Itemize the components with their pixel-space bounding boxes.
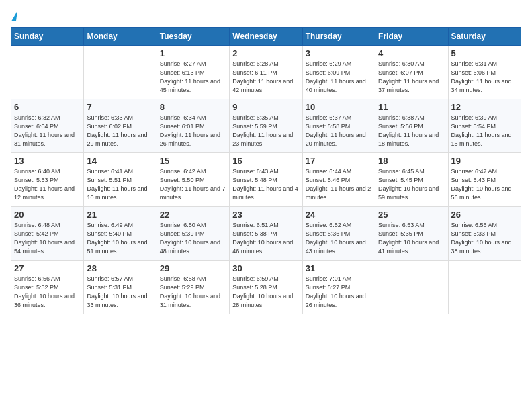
day-info: Sunrise: 6:27 AM Sunset: 6:13 PM Dayligh…: [160, 60, 226, 95]
day-header-thursday: Thursday: [302, 28, 375, 46]
day-number: 3: [306, 48, 372, 58]
day-info: Sunrise: 6:57 AM Sunset: 5:31 PM Dayligh…: [87, 275, 153, 310]
calendar-cell: 7Sunrise: 6:33 AM Sunset: 6:02 PM Daylig…: [84, 99, 157, 153]
calendar-cell: 10Sunrise: 6:37 AM Sunset: 5:58 PM Dayli…: [302, 99, 375, 153]
calendar-cell: [11, 46, 84, 99]
day-info: Sunrise: 6:41 AM Sunset: 5:51 PM Dayligh…: [87, 167, 153, 202]
calendar-cell: 1Sunrise: 6:27 AM Sunset: 6:13 PM Daylig…: [157, 46, 229, 99]
day-number: 27: [14, 263, 81, 273]
day-info: Sunrise: 6:53 AM Sunset: 5:35 PM Dayligh…: [378, 221, 445, 256]
day-header-monday: Monday: [84, 28, 157, 46]
calendar-body: 1Sunrise: 6:27 AM Sunset: 6:13 PM Daylig…: [11, 46, 521, 314]
day-number: 16: [232, 156, 299, 166]
day-info: Sunrise: 6:43 AM Sunset: 5:48 PM Dayligh…: [232, 167, 299, 202]
day-number: 11: [378, 102, 445, 112]
logo: [11, 11, 17, 19]
day-number: 25: [378, 210, 445, 220]
day-number: 8: [160, 102, 226, 112]
day-number: 19: [451, 156, 518, 166]
day-info: Sunrise: 6:55 AM Sunset: 5:33 PM Dayligh…: [451, 221, 518, 256]
day-info: Sunrise: 6:56 AM Sunset: 5:32 PM Dayligh…: [14, 275, 81, 310]
calendar-cell: 21Sunrise: 6:49 AM Sunset: 5:40 PM Dayli…: [84, 207, 157, 261]
day-number: 20: [14, 210, 81, 220]
day-header-tuesday: Tuesday: [157, 28, 229, 46]
calendar-cell: 14Sunrise: 6:41 AM Sunset: 5:51 PM Dayli…: [84, 153, 157, 207]
day-info: Sunrise: 6:37 AM Sunset: 5:58 PM Dayligh…: [306, 113, 372, 148]
calendar-cell: 13Sunrise: 6:40 AM Sunset: 5:53 PM Dayli…: [11, 153, 84, 207]
day-info: Sunrise: 6:38 AM Sunset: 5:56 PM Dayligh…: [378, 113, 445, 148]
calendar-cell: 8Sunrise: 6:34 AM Sunset: 6:01 PM Daylig…: [157, 99, 229, 153]
day-number: 23: [232, 210, 299, 220]
day-header-saturday: Saturday: [448, 28, 521, 46]
calendar-cell: 9Sunrise: 6:35 AM Sunset: 5:59 PM Daylig…: [230, 99, 302, 153]
day-number: 31: [306, 263, 372, 273]
calendar-cell: 6Sunrise: 6:32 AM Sunset: 6:04 PM Daylig…: [11, 99, 84, 153]
day-info: Sunrise: 6:48 AM Sunset: 5:42 PM Dayligh…: [14, 221, 81, 256]
day-info: Sunrise: 6:47 AM Sunset: 5:43 PM Dayligh…: [451, 167, 518, 202]
calendar-cell: 4Sunrise: 6:30 AM Sunset: 6:07 PM Daylig…: [375, 46, 448, 99]
day-header-sunday: Sunday: [11, 28, 84, 46]
day-number: 18: [378, 156, 445, 166]
calendar-table: SundayMondayTuesdayWednesdayThursdayFrid…: [11, 27, 521, 314]
day-number: 10: [306, 102, 372, 112]
day-number: 5: [451, 48, 518, 58]
day-header-wednesday: Wednesday: [230, 28, 302, 46]
day-info: Sunrise: 6:49 AM Sunset: 5:40 PM Dayligh…: [87, 221, 153, 256]
calendar-week-1: 1Sunrise: 6:27 AM Sunset: 6:13 PM Daylig…: [11, 46, 521, 99]
day-info: Sunrise: 6:33 AM Sunset: 6:02 PM Dayligh…: [87, 113, 153, 148]
day-number: 30: [232, 263, 299, 273]
calendar-cell: 22Sunrise: 6:50 AM Sunset: 5:39 PM Dayli…: [157, 207, 229, 261]
day-number: 7: [87, 102, 153, 112]
day-number: 4: [378, 48, 445, 58]
day-info: Sunrise: 6:32 AM Sunset: 6:04 PM Dayligh…: [14, 113, 81, 148]
day-info: Sunrise: 6:28 AM Sunset: 6:11 PM Dayligh…: [232, 60, 299, 95]
calendar-cell: 24Sunrise: 6:52 AM Sunset: 5:36 PM Dayli…: [302, 207, 375, 261]
day-number: 21: [87, 210, 153, 220]
day-number: 14: [87, 156, 153, 166]
day-info: Sunrise: 6:34 AM Sunset: 6:01 PM Dayligh…: [160, 113, 226, 148]
day-number: 13: [14, 156, 81, 166]
day-number: 24: [306, 210, 372, 220]
day-number: 9: [232, 102, 299, 112]
calendar-cell: 17Sunrise: 6:44 AM Sunset: 5:46 PM Dayli…: [302, 153, 375, 207]
day-info: Sunrise: 6:29 AM Sunset: 6:09 PM Dayligh…: [306, 60, 372, 95]
day-number: 6: [14, 102, 81, 112]
calendar-cell: [375, 261, 448, 314]
day-number: 2: [232, 48, 299, 58]
calendar-cell: 31Sunrise: 7:01 AM Sunset: 5:27 PM Dayli…: [302, 261, 375, 314]
day-info: Sunrise: 7:01 AM Sunset: 5:27 PM Dayligh…: [306, 275, 372, 310]
day-info: Sunrise: 6:40 AM Sunset: 5:53 PM Dayligh…: [14, 167, 81, 202]
day-number: 22: [160, 210, 226, 220]
calendar-cell: 30Sunrise: 6:59 AM Sunset: 5:28 PM Dayli…: [230, 261, 302, 314]
day-info: Sunrise: 6:51 AM Sunset: 5:38 PM Dayligh…: [232, 221, 299, 256]
day-info: Sunrise: 6:50 AM Sunset: 5:39 PM Dayligh…: [160, 221, 226, 256]
calendar-week-4: 20Sunrise: 6:48 AM Sunset: 5:42 PM Dayli…: [11, 207, 521, 261]
calendar-cell: 23Sunrise: 6:51 AM Sunset: 5:38 PM Dayli…: [230, 207, 302, 261]
page-header: [11, 11, 521, 19]
calendar-cell: 27Sunrise: 6:56 AM Sunset: 5:32 PM Dayli…: [11, 261, 84, 314]
calendar-cell: 18Sunrise: 6:45 AM Sunset: 5:45 PM Dayli…: [375, 153, 448, 207]
calendar-header-row: SundayMondayTuesdayWednesdayThursdayFrid…: [11, 28, 521, 46]
calendar-cell: 5Sunrise: 6:31 AM Sunset: 6:06 PM Daylig…: [448, 46, 521, 99]
day-number: 17: [306, 156, 372, 166]
day-number: 15: [160, 156, 226, 166]
calendar-cell: 16Sunrise: 6:43 AM Sunset: 5:48 PM Dayli…: [230, 153, 302, 207]
calendar-cell: 2Sunrise: 6:28 AM Sunset: 6:11 PM Daylig…: [230, 46, 302, 99]
calendar-cell: 29Sunrise: 6:58 AM Sunset: 5:29 PM Dayli…: [157, 261, 229, 314]
day-info: Sunrise: 6:31 AM Sunset: 6:06 PM Dayligh…: [451, 60, 518, 95]
day-info: Sunrise: 6:44 AM Sunset: 5:46 PM Dayligh…: [306, 167, 372, 202]
calendar-cell: 12Sunrise: 6:39 AM Sunset: 5:54 PM Dayli…: [448, 99, 521, 153]
day-number: 28: [87, 263, 153, 273]
calendar-cell: 3Sunrise: 6:29 AM Sunset: 6:09 PM Daylig…: [302, 46, 375, 99]
calendar-week-2: 6Sunrise: 6:32 AM Sunset: 6:04 PM Daylig…: [11, 99, 521, 153]
calendar-cell: [84, 46, 157, 99]
day-info: Sunrise: 6:42 AM Sunset: 5:50 PM Dayligh…: [160, 167, 226, 202]
calendar-cell: 20Sunrise: 6:48 AM Sunset: 5:42 PM Dayli…: [11, 207, 84, 261]
day-info: Sunrise: 6:52 AM Sunset: 5:36 PM Dayligh…: [306, 221, 372, 256]
calendar-cell: 15Sunrise: 6:42 AM Sunset: 5:50 PM Dayli…: [157, 153, 229, 207]
calendar-cell: [448, 261, 521, 314]
day-info: Sunrise: 6:35 AM Sunset: 5:59 PM Dayligh…: [232, 113, 299, 148]
day-info: Sunrise: 6:58 AM Sunset: 5:29 PM Dayligh…: [160, 275, 226, 310]
day-number: 12: [451, 102, 518, 112]
day-number: 29: [160, 263, 226, 273]
